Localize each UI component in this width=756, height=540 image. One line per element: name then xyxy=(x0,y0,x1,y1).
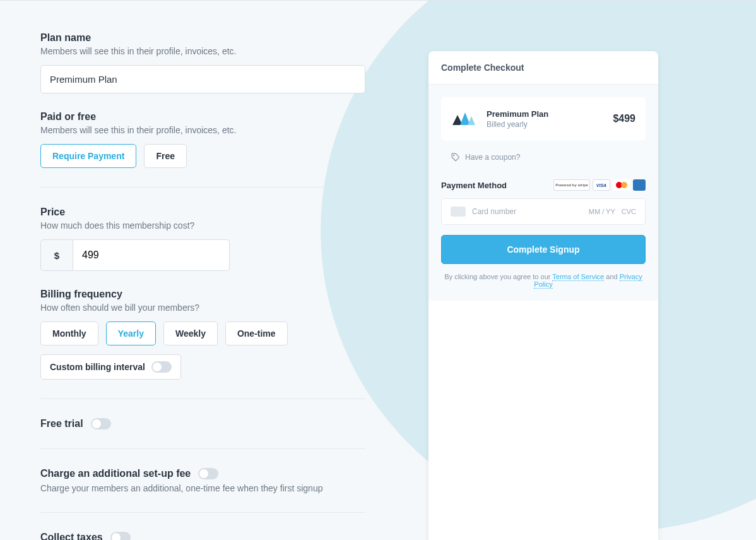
stripe-badge: Powered by stripe xyxy=(553,179,590,191)
plan-name-label: Plan name xyxy=(40,32,365,44)
setup-fee-section: Charge an additional set-up fee Charge y… xyxy=(40,468,365,493)
amex-icon xyxy=(633,179,646,191)
custom-interval-toggle[interactable] xyxy=(151,361,172,373)
price-section: Price How much does this membership cost… xyxy=(40,207,365,271)
preview-title: Complete Checkout xyxy=(441,63,646,73)
paid-free-help: Members will see this in their profile, … xyxy=(40,125,365,135)
divider xyxy=(40,448,365,449)
price-help: How much does this membership cost? xyxy=(40,220,365,231)
paid-free-label: Paid or free xyxy=(40,111,365,123)
preview-plan-name: Premimum Plan xyxy=(487,109,605,119)
terms-link[interactable]: Terms of Service xyxy=(552,273,604,281)
collect-taxes-label: Collect taxes xyxy=(40,532,103,540)
coupon-text: Have a coupon? xyxy=(465,153,520,162)
currency-symbol: $ xyxy=(40,239,73,271)
coupon-link[interactable]: Have a coupon? xyxy=(441,153,646,162)
checkout-preview: Complete Checkout Premimum Plan Billed y… xyxy=(428,51,658,540)
free-trial-label: Free trial xyxy=(40,418,83,429)
setup-fee-label: Charge an additional set-up fee xyxy=(40,468,191,479)
frequency-monthly-button[interactable]: Monthly xyxy=(40,321,98,345)
divider xyxy=(40,399,365,399)
plan-name-section: Plan name Members will see this in their… xyxy=(40,32,365,93)
custom-interval-button[interactable]: Custom billing interval xyxy=(40,354,181,380)
free-button[interactable]: Free xyxy=(144,144,187,168)
tag-icon xyxy=(451,153,460,162)
require-payment-button[interactable]: Require Payment xyxy=(40,144,136,168)
setup-fee-toggle[interactable] xyxy=(198,468,218,479)
card-icon xyxy=(451,207,466,217)
preview-header: Complete Checkout xyxy=(428,51,658,85)
preview-price: $499 xyxy=(613,113,635,124)
free-trial-section: Free trial xyxy=(40,418,365,429)
collect-taxes-toggle[interactable] xyxy=(110,532,131,540)
visa-icon: VISA xyxy=(593,179,610,191)
billing-frequency-help: How often should we bill your members? xyxy=(40,303,365,313)
divider xyxy=(40,187,365,188)
custom-interval-label: Custom billing interval xyxy=(50,362,145,372)
price-label: Price xyxy=(40,207,365,218)
card-expiry-placeholder: MM / YY xyxy=(589,208,615,215)
mastercard-icon xyxy=(613,179,630,191)
frequency-weekly-button[interactable]: Weekly xyxy=(163,321,218,345)
card-number-placeholder: Card number xyxy=(472,207,582,216)
terms-text: By clicking above you agree to our Terms… xyxy=(441,273,646,288)
divider xyxy=(40,512,365,513)
plan-form: Plan name Members will see this in their… xyxy=(40,32,365,540)
frequency-onetime-button[interactable]: One-time xyxy=(225,321,288,345)
card-input[interactable]: Card number MM / YY CVC xyxy=(441,198,646,225)
setup-fee-help: Charge your members an additional, one-t… xyxy=(40,483,365,493)
complete-signup-button[interactable]: Complete Signup xyxy=(441,235,646,264)
plan-name-input[interactable] xyxy=(40,65,365,93)
billing-frequency-section: Billing frequency How often should we bi… xyxy=(40,289,365,380)
paid-free-section: Paid or free Members will see this in th… xyxy=(40,111,365,168)
plan-name-help: Members will see this in their profile, … xyxy=(40,46,365,56)
preview-billed: Billed yearly xyxy=(487,120,605,129)
collect-taxes-section: Collect taxes xyxy=(40,532,365,540)
brand-logo xyxy=(451,107,479,130)
free-trial-toggle[interactable] xyxy=(91,418,111,429)
card-cvc-placeholder: CVC xyxy=(622,208,636,215)
svg-point-0 xyxy=(454,155,454,156)
price-input[interactable] xyxy=(73,239,230,271)
payment-method-label: Payment Method xyxy=(441,181,507,190)
card-logos: Powered by stripe VISA xyxy=(553,179,646,191)
plan-summary-card: Premimum Plan Billed yearly $499 xyxy=(441,97,646,140)
frequency-yearly-button[interactable]: Yearly xyxy=(106,321,156,345)
billing-frequency-label: Billing frequency xyxy=(40,289,365,300)
